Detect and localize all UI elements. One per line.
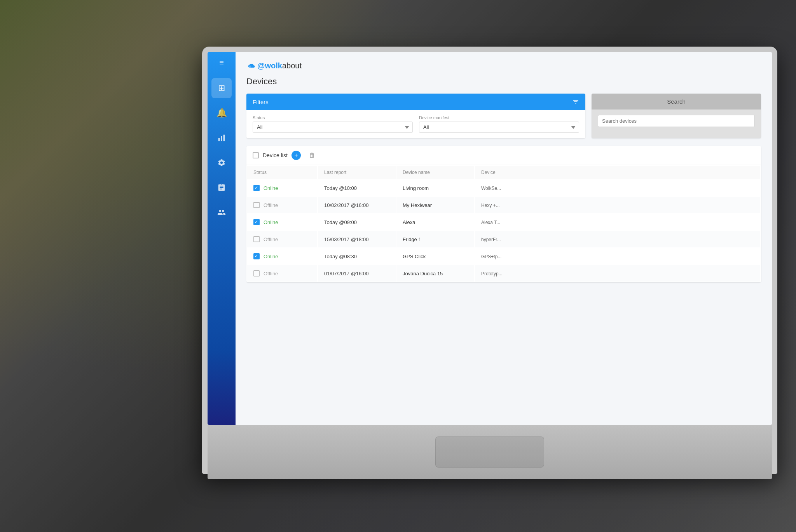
device-list-title: Device list bbox=[263, 152, 288, 158]
add-device-button[interactable]: + bbox=[292, 151, 301, 160]
table-row: Online Today @08:30 GPS Click GPS+tp... bbox=[247, 248, 760, 264]
status-text-5: Offline bbox=[264, 271, 278, 276]
laptop-bottom bbox=[208, 425, 772, 479]
search-body bbox=[592, 110, 761, 132]
svg-rect-0 bbox=[218, 138, 220, 141]
table-head: Status Last report Device name Device bbox=[247, 166, 760, 179]
status-text-3: Offline bbox=[264, 236, 278, 242]
sidebar-item-settings[interactable] bbox=[211, 153, 232, 173]
select-all-checkbox[interactable] bbox=[253, 152, 259, 158]
device-manifest-2: Alexa T... bbox=[475, 214, 760, 230]
filters-section: Filters Status All Online Offline bbox=[246, 94, 585, 138]
sidebar-item-notifications[interactable]: 🔔 bbox=[211, 103, 232, 123]
last-report-0: Today @10:00 bbox=[318, 180, 396, 196]
status-cell-2: Online bbox=[247, 214, 317, 230]
col-header-device-name: Device name bbox=[396, 166, 474, 179]
last-report-5: 01/07/2017 @16:00 bbox=[318, 265, 396, 282]
status-cell-5: Offline bbox=[247, 265, 317, 282]
device-name-2: Alexa bbox=[396, 214, 474, 230]
status-cell-3: Offline bbox=[247, 231, 317, 247]
gear-icon bbox=[217, 158, 226, 167]
sidebar-item-analytics[interactable] bbox=[211, 128, 232, 148]
svg-text:@: @ bbox=[249, 65, 251, 67]
logo-text: @wolkabout bbox=[257, 61, 302, 70]
device-name-1: My Hexiwear bbox=[396, 197, 474, 213]
bell-icon: 🔔 bbox=[216, 108, 227, 118]
laptop-screen: ≡ ⊞ 🔔 bbox=[208, 52, 772, 425]
status-select[interactable]: All Online Offline bbox=[253, 122, 413, 133]
device-name-3: Fridge 1 bbox=[396, 231, 474, 247]
device-list-header: Device list + 🗑 bbox=[246, 146, 761, 165]
filter-icon bbox=[572, 98, 579, 105]
table-row: Offline 15/03/2017 @18:00 Fridge 1 hyper… bbox=[247, 231, 760, 247]
wolkabout-logo-icon: @ bbox=[246, 63, 256, 70]
device-table-body: Online Today @10:00 Living room WolkSe..… bbox=[247, 180, 760, 282]
last-report-2: Today @09:00 bbox=[318, 214, 396, 230]
clipboard-icon bbox=[217, 183, 226, 192]
laptop-frame: ≡ ⊞ 🔔 bbox=[202, 47, 777, 474]
menu-icon[interactable]: ≡ bbox=[219, 58, 224, 67]
filter-group-status: Status All Online Offline bbox=[253, 115, 413, 133]
devices-panel: Filters Status All Online Offline bbox=[246, 94, 761, 138]
table-row: Online Today @10:00 Living room WolkSe..… bbox=[247, 180, 760, 196]
row-checkbox-3[interactable] bbox=[253, 236, 260, 242]
filters-header: Filters bbox=[246, 94, 585, 110]
row-checkbox-1[interactable] bbox=[253, 202, 260, 208]
divider bbox=[305, 151, 305, 159]
col-header-last-report: Last report bbox=[318, 166, 396, 179]
device-manifest-1: Hexy +... bbox=[475, 197, 760, 213]
search-header: Search bbox=[592, 94, 761, 110]
table-row: Offline 01/07/2017 @16:00 Jovana Ducica … bbox=[247, 265, 760, 282]
bar-chart-icon bbox=[217, 134, 226, 142]
device-manifest-4: GPS+tp... bbox=[475, 248, 760, 264]
page-title: Devices bbox=[246, 76, 761, 87]
sidebar-item-users[interactable] bbox=[211, 202, 232, 223]
search-section: Search bbox=[592, 94, 761, 138]
main-content: @ @wolkabout Devices Filters bbox=[236, 52, 772, 425]
svg-rect-2 bbox=[223, 135, 225, 141]
manifest-label: Device manifest bbox=[419, 115, 579, 120]
sidebar-item-dashboard[interactable]: ⊞ bbox=[211, 78, 232, 98]
users-icon bbox=[217, 208, 226, 217]
status-text-0: Online bbox=[264, 185, 278, 191]
row-checkbox-4[interactable] bbox=[253, 253, 260, 259]
row-checkbox-0[interactable] bbox=[253, 185, 260, 191]
status-text-4: Online bbox=[264, 254, 278, 259]
sidebar-nav: ⊞ 🔔 bbox=[211, 78, 232, 419]
table-row: Online Today @09:00 Alexa Alexa T... bbox=[247, 214, 760, 230]
status-cell-0: Online bbox=[247, 180, 317, 196]
dashboard-icon: ⊞ bbox=[218, 83, 225, 93]
delete-icon[interactable]: 🗑 bbox=[309, 152, 315, 159]
sidebar: ≡ ⊞ 🔔 bbox=[208, 52, 236, 425]
device-list-container: Device list + 🗑 Status Last report Devic… bbox=[246, 146, 761, 282]
logo-area: @ @wolkabout bbox=[246, 61, 761, 70]
filter-group-manifest: Device manifest All bbox=[419, 115, 579, 133]
search-title: Search bbox=[667, 98, 686, 105]
manifest-select[interactable]: All bbox=[419, 122, 579, 133]
col-header-status: Status bbox=[247, 166, 317, 179]
status-cell-4: Online bbox=[247, 248, 317, 264]
row-checkbox-5[interactable] bbox=[253, 270, 260, 276]
device-name-4: GPS Click bbox=[396, 248, 474, 264]
table-row: Offline 10/02/2017 @16:00 My Hexiwear He… bbox=[247, 197, 760, 213]
last-report-4: Today @08:30 bbox=[318, 248, 396, 264]
device-manifest-3: hyperFr... bbox=[475, 231, 760, 247]
device-name-0: Living room bbox=[396, 180, 474, 196]
last-report-1: 10/02/2017 @16:00 bbox=[318, 197, 396, 213]
status-cell-1: Offline bbox=[247, 197, 317, 213]
filters-body: Status All Online Offline Device manifes… bbox=[246, 110, 585, 138]
search-input[interactable] bbox=[598, 115, 755, 127]
device-manifest-5: Prototyp... bbox=[475, 265, 760, 282]
device-table: Status Last report Device name Device On… bbox=[246, 165, 761, 282]
col-header-device-manifest: Device bbox=[475, 166, 760, 179]
filters-title: Filters bbox=[253, 99, 269, 105]
status-text-2: Online bbox=[264, 219, 278, 225]
status-text-1: Offline bbox=[264, 202, 278, 208]
trackpad[interactable] bbox=[435, 436, 544, 468]
svg-rect-1 bbox=[221, 136, 222, 141]
status-label: Status bbox=[253, 115, 413, 120]
device-name-5: Jovana Ducica 15 bbox=[396, 265, 474, 282]
row-checkbox-2[interactable] bbox=[253, 219, 260, 225]
sidebar-item-devices[interactable] bbox=[211, 177, 232, 198]
device-manifest-0: WolkSe... bbox=[475, 180, 760, 196]
